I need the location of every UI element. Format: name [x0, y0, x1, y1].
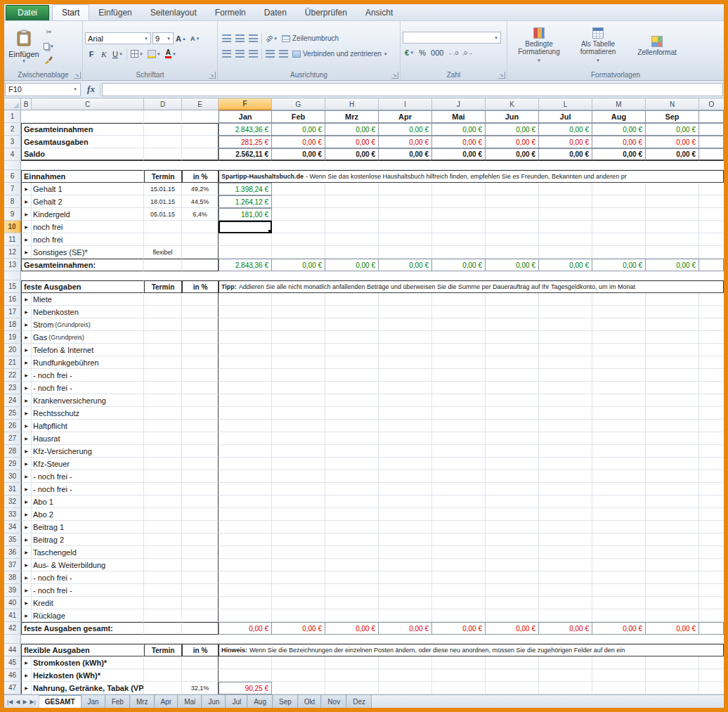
cell-total-42-3[interactable]: 0,00 € — [379, 622, 432, 635]
cell-label-42[interactable]: feste Ausgaben gesamt: — [21, 622, 144, 635]
cell-41-2[interactable] — [379, 609, 432, 622]
cell-F46[interactable] — [219, 669, 272, 682]
row-header-25[interactable]: 25 — [4, 407, 21, 420]
cell-value-4-3[interactable]: 0,00 € — [379, 148, 432, 161]
cell-O42[interactable] — [699, 622, 724, 635]
cell-label-9[interactable]: Kindergeld — [32, 208, 144, 221]
cell-27-5[interactable] — [539, 432, 592, 445]
cell-D3[interactable] — [144, 136, 182, 148]
cell-total-42-8[interactable]: 0,00 € — [646, 622, 699, 635]
cell-arrow-31[interactable]: ▶ — [21, 483, 32, 496]
copy-button[interactable]: ▼ — [41, 40, 56, 53]
cell-arrow-9[interactable]: ▶ — [21, 208, 32, 221]
cell-label-34[interactable]: Beitrag 1 — [32, 521, 144, 533]
cell-termin-29[interactable] — [144, 458, 182, 470]
align-center-button[interactable] — [233, 48, 247, 60]
cell-percent-7[interactable]: 49,2% — [182, 183, 219, 195]
cell-F35[interactable] — [219, 533, 272, 546]
tab-start[interactable]: Start — [52, 4, 89, 20]
cell-20-5[interactable] — [539, 344, 592, 356]
row-header-31[interactable]: 31 — [4, 483, 21, 496]
cell-D4[interactable] — [144, 148, 182, 161]
cell-22-6[interactable] — [592, 369, 646, 382]
cell-21-2[interactable] — [379, 356, 432, 369]
cell-34-3[interactable] — [432, 521, 486, 533]
cell-percent-29[interactable] — [182, 458, 219, 470]
cell-33-0[interactable] — [272, 508, 325, 521]
cell-34-2[interactable] — [379, 521, 432, 533]
cell-note-15[interactable]: Tipp: Addieren Sie alle nicht monatlich … — [219, 280, 724, 293]
cell-termin-32[interactable] — [144, 496, 182, 508]
cell-total-13-1[interactable]: 0,00 € — [272, 259, 325, 271]
sheet-tab-aug[interactable]: Aug — [247, 695, 273, 708]
cell-label-24[interactable]: Krankenversicherung — [32, 394, 144, 407]
dropdown-icon[interactable]: ▼ — [73, 87, 77, 91]
cell-F22[interactable] — [219, 369, 272, 382]
cell-9-1[interactable] — [325, 208, 379, 221]
cell-O41[interactable] — [699, 609, 724, 622]
cell-arrow-20[interactable]: ▶ — [21, 344, 32, 356]
row-header-30[interactable]: 30 — [4, 470, 21, 483]
cell-21-4[interactable] — [486, 356, 539, 369]
cell-39-7[interactable] — [646, 584, 699, 597]
cell-25-0[interactable] — [272, 407, 325, 420]
cell-39-6[interactable] — [592, 584, 646, 597]
cell-value-4-7[interactable]: 0,00 € — [592, 148, 646, 161]
column-header-I[interactable]: I — [379, 98, 432, 110]
cell-11-2[interactable] — [379, 233, 432, 246]
cell-7-6[interactable] — [592, 183, 646, 195]
cell-41-3[interactable] — [432, 609, 486, 622]
cell-24-0[interactable] — [272, 394, 325, 407]
cell-styles-button[interactable]: Zellenformat — [628, 34, 687, 58]
cell-32-3[interactable] — [432, 496, 486, 508]
cell-arrow-21[interactable]: ▶ — [21, 356, 32, 369]
cell-label-25[interactable]: Rechtsschutz — [32, 407, 144, 420]
cell-47-1[interactable] — [325, 682, 379, 694]
active-cell-F10[interactable] — [219, 221, 272, 233]
cell-46-3[interactable] — [432, 669, 486, 682]
cell-F28[interactable] — [219, 445, 272, 458]
cell-value-3-3[interactable]: 0,00 € — [379, 136, 432, 148]
cell-label-27[interactable]: Hausrat — [32, 432, 144, 445]
row-header-40[interactable]: 40 — [4, 597, 21, 609]
cell-label-7[interactable]: Gehalt 1 — [32, 183, 144, 195]
cell-38-2[interactable] — [379, 571, 432, 584]
cell-31-5[interactable] — [539, 483, 592, 496]
cell-20-1[interactable] — [325, 344, 379, 356]
cell-23-6[interactable] — [592, 382, 646, 394]
cell-F26[interactable] — [219, 420, 272, 432]
cell-termin-16[interactable] — [144, 293, 182, 306]
row-header-47[interactable]: 47 — [4, 682, 21, 694]
cell-11-0[interactable] — [272, 233, 325, 246]
column-header-L[interactable]: L — [539, 98, 592, 110]
row-header-29[interactable]: 29 — [4, 458, 21, 470]
cell-8-7[interactable] — [646, 195, 699, 208]
row-header-3[interactable]: 3 — [4, 136, 21, 148]
cell-total-13-7[interactable]: 0,00 € — [592, 259, 646, 271]
cell-value-3-2[interactable]: 0,00 € — [325, 136, 379, 148]
cell-47-4[interactable] — [486, 682, 539, 694]
cell-label-47[interactable]: Nahrung, Getränke, Tabak (VP) — [32, 682, 144, 694]
cell-total-42-1[interactable]: 0,00 € — [272, 622, 325, 635]
cell-25-3[interactable] — [432, 407, 486, 420]
cell-percent-11[interactable] — [182, 233, 219, 246]
cell-value-2-5[interactable]: 0,00 € — [486, 123, 539, 136]
cell-40-1[interactable] — [325, 597, 379, 609]
cell-35-7[interactable] — [646, 533, 699, 546]
decrease-indent-button[interactable] — [264, 48, 277, 60]
cell-arrow-18[interactable]: ▶ — [21, 318, 32, 331]
cell-31-4[interactable] — [486, 483, 539, 496]
cell-18-2[interactable] — [379, 318, 432, 331]
cell-arrow-10[interactable]: ▶ — [21, 221, 32, 233]
sheet-tab-mai[interactable]: Mai — [178, 695, 202, 708]
column-header-H[interactable]: H — [325, 98, 379, 110]
cell-arrow-17[interactable]: ▶ — [21, 306, 32, 318]
tab-ansicht[interactable]: Ansicht — [356, 5, 402, 20]
cell-33-1[interactable] — [325, 508, 379, 521]
cell-total-13-5[interactable]: 0,00 € — [486, 259, 539, 271]
cell-F32[interactable] — [219, 496, 272, 508]
tab-einfügen[interactable]: Einfügen — [89, 5, 141, 20]
cell-percent-46[interactable] — [182, 669, 219, 682]
cell-F33[interactable] — [219, 508, 272, 521]
cell-20-0[interactable] — [272, 344, 325, 356]
